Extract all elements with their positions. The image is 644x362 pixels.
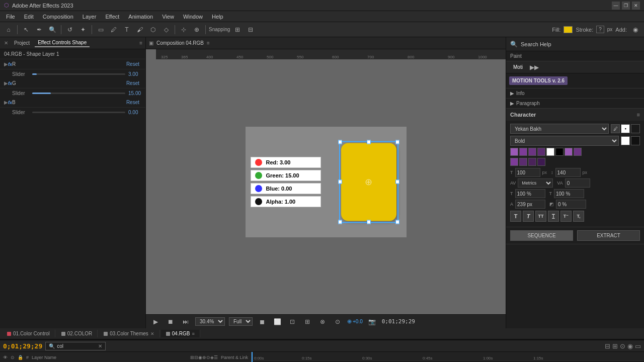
project-tab[interactable]: Project: [11, 39, 33, 47]
swatch-4[interactable]: [537, 148, 545, 156]
effect-r-track[interactable]: [32, 73, 125, 75]
menu-animation[interactable]: Animation: [124, 13, 157, 21]
preview-icons[interactable]: ◼: [257, 316, 268, 327]
tl-btn-2[interactable]: ⊞: [612, 342, 618, 350]
tl-btn-5[interactable]: ▭: [635, 342, 641, 350]
effect-r-expand[interactable]: ▶: [4, 61, 8, 67]
style-color2[interactable]: [631, 136, 640, 145]
kerning-select[interactable]: Metrics: [518, 178, 553, 188]
effect-b-value[interactable]: 0.00: [128, 110, 143, 115]
menu-window[interactable]: Window: [179, 13, 207, 21]
preview-stop[interactable]: ⏹: [165, 316, 176, 327]
anchor-tool[interactable]: ✦: [77, 24, 89, 35]
effect-g-reset[interactable]: Reset: [126, 80, 139, 86]
effect-controls-tab[interactable]: Effect Controls Shape: [35, 39, 90, 47]
format-super[interactable]: T⁻: [560, 211, 572, 222]
sequence-button[interactable]: SEQUENCE: [510, 230, 573, 241]
pen-tool[interactable]: ✒: [34, 24, 45, 35]
preview-icons6[interactable]: ⊙: [332, 316, 343, 327]
moti-tab[interactable]: Moti: [509, 63, 527, 71]
pen-draw-tool[interactable]: 🖊: [108, 24, 119, 35]
font-select[interactable]: Yekan Bakh: [510, 124, 609, 134]
right-panel-expand[interactable]: ▶▶: [529, 62, 540, 73]
minimize-button[interactable]: —: [612, 2, 620, 10]
comp-tab-4[interactable]: 04.RGB ≡: [161, 330, 200, 337]
select-tool[interactable]: ↖: [21, 24, 32, 35]
font-color-box2[interactable]: [631, 124, 640, 133]
rotate-tool[interactable]: ↺: [64, 24, 75, 35]
font-color-box[interactable]: ▪: [621, 124, 630, 133]
eraser-tool[interactable]: ◇: [160, 24, 172, 35]
character-menu[interactable]: ≡: [637, 112, 640, 118]
menu-help[interactable]: Help: [208, 13, 227, 21]
menu-view[interactable]: View: [158, 13, 178, 21]
format-small-caps[interactable]: T̲: [548, 211, 559, 222]
baseline-input[interactable]: [515, 200, 545, 209]
swatch-6[interactable]: [555, 148, 564, 156]
effect-r-value[interactable]: 3.00: [128, 71, 143, 77]
menu-effect[interactable]: Effect: [101, 13, 123, 21]
home-button[interactable]: ⌂: [3, 24, 14, 35]
menu-edit[interactable]: Edit: [20, 13, 38, 21]
extract-button[interactable]: EXTRACT: [577, 230, 640, 241]
puppet-tool[interactable]: ⊹: [178, 24, 189, 35]
yellow-rectangle[interactable]: ⊕: [341, 143, 396, 221]
swatch-10[interactable]: [519, 158, 527, 166]
format-sub[interactable]: T,: [573, 211, 584, 222]
preview-icons5[interactable]: ⊗: [317, 316, 328, 327]
swatch-2[interactable]: [519, 148, 527, 156]
text-tool[interactable]: T: [121, 24, 132, 35]
effect-g-value[interactable]: 15.00: [128, 90, 143, 96]
style-color1[interactable]: [621, 136, 630, 145]
format-all-caps[interactable]: TT: [535, 211, 546, 222]
effect-b-reset[interactable]: Reset: [126, 100, 139, 105]
magnify-tool[interactable]: 🔍: [47, 24, 58, 35]
swatch-1[interactable]: [510, 148, 518, 156]
swatch-3[interactable]: [528, 148, 536, 156]
menu-layer[interactable]: Layer: [78, 13, 101, 21]
panel-menu-button[interactable]: ≡: [139, 40, 142, 46]
tl-playhead[interactable]: [252, 352, 253, 362]
preview-step[interactable]: ⏭: [180, 316, 191, 327]
tl-search-area[interactable]: 🔍 col ✕: [45, 342, 106, 350]
comp-viewer[interactable]: 325 365 400 450 500 550 600 700 800 900 …: [146, 49, 506, 314]
font-eyedropper[interactable]: 🖊: [611, 124, 620, 133]
fill-swatch[interactable]: [564, 26, 573, 33]
snapping-options[interactable]: ⊟: [245, 24, 256, 35]
tl-search-clear[interactable]: ✕: [98, 343, 102, 349]
scale-v-input[interactable]: [554, 189, 584, 198]
format-italic[interactable]: T: [523, 211, 534, 222]
format-bold[interactable]: T: [510, 211, 521, 222]
comp-tab-3[interactable]: 03.Color Themes ✕: [99, 330, 160, 337]
add-options[interactable]: ◉: [630, 24, 641, 35]
style-select[interactable]: Bold: [510, 136, 619, 146]
swatch-11[interactable]: [528, 158, 536, 166]
snapping-toggle[interactable]: ⊞: [232, 24, 243, 35]
puppet2-tool[interactable]: ⊕: [191, 24, 202, 35]
effect-b-expand[interactable]: ▶: [4, 100, 8, 105]
effect-b-track[interactable]: [32, 112, 125, 113]
shape-rect-tool[interactable]: ▭: [95, 24, 106, 35]
comp-tab-1[interactable]: 01.Color Control: [2, 330, 55, 337]
zoom-select[interactable]: 30.4%: [195, 317, 225, 326]
close-button[interactable]: ✕: [632, 2, 640, 10]
tl-timecode[interactable]: 0;01;29;29: [3, 342, 42, 350]
font-size-input[interactable]: [515, 168, 540, 177]
preview-icons4[interactable]: ⊞: [302, 316, 313, 327]
menu-file[interactable]: File: [2, 13, 19, 21]
info-section[interactable]: ▶ Info: [506, 88, 644, 99]
camera-icon[interactable]: 📷: [367, 316, 378, 327]
preview-icons3[interactable]: ⊡: [287, 316, 298, 327]
swatch-9[interactable]: [510, 158, 518, 166]
tab3-close[interactable]: ✕: [150, 331, 154, 336]
quality-select[interactable]: Full: [229, 317, 253, 326]
effect-g-track[interactable]: [32, 93, 125, 94]
tracking-input[interactable]: [565, 178, 590, 188]
tab4-close[interactable]: ≡: [192, 331, 194, 336]
stroke-options[interactable]: ?: [596, 26, 604, 33]
preview-icons2[interactable]: ⬜: [272, 316, 283, 327]
scale-h-input[interactable]: [515, 189, 545, 198]
effect-g-expand[interactable]: ▶: [4, 80, 8, 86]
swatch-7[interactable]: [565, 148, 573, 156]
swatch-5[interactable]: [546, 148, 554, 156]
